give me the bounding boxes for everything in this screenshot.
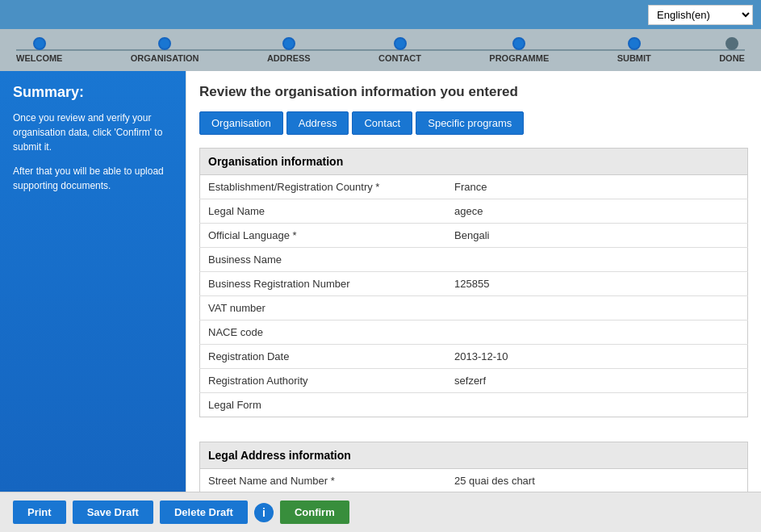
field-label: Legal Name: [200, 199, 447, 224]
table-row: Street Name and Number *25 quai des char…: [200, 469, 748, 492]
field-value: [446, 248, 747, 272]
delete-draft-button[interactable]: Delete Draft: [160, 501, 248, 524]
save-draft-button[interactable]: Save Draft: [73, 501, 153, 524]
review-panel: Review the organisation information you …: [186, 71, 761, 492]
field-label: Establishment/Registration Country *: [200, 175, 447, 199]
field-value: 25 quai des chart: [446, 469, 747, 492]
progress-steps: WELCOME ORGANISATION ADDRESS CONTACT PRO…: [16, 37, 745, 63]
step-label-welcome: WELCOME: [16, 53, 62, 63]
step-circle-programme: [512, 37, 525, 50]
step-circle-done: [725, 37, 738, 50]
org-section-header: Organisation information: [199, 148, 748, 174]
field-label: Business Name: [200, 248, 447, 272]
address-info-table: Street Name and Number *25 quai des char…: [199, 468, 748, 492]
step-circle-welcome: [33, 37, 46, 50]
step-circle-organisation: [158, 37, 171, 50]
language-dropdown[interactable]: English(en) French(fr) German(de): [648, 5, 753, 25]
tab-contact[interactable]: Contact: [352, 111, 412, 135]
step-label-submit: SUBMIT: [617, 53, 651, 63]
step-circle-contact: [394, 37, 407, 50]
field-label: NACE code: [200, 320, 447, 345]
step-label-contact: CONTACT: [378, 53, 421, 63]
field-value: France: [446, 175, 747, 199]
field-label: Official Language *: [200, 224, 447, 248]
step-circle-address: [282, 37, 295, 50]
table-row: Legal Nameagece: [200, 199, 748, 224]
main-content: Summary: Once you review and verify your…: [0, 71, 761, 492]
sidebar-para2: After that you will be able to upload su…: [13, 164, 173, 193]
step-submit: SUBMIT: [617, 37, 651, 63]
tab-specific-programs[interactable]: Specific programs: [416, 111, 524, 135]
sidebar-para1: Once you review and verify your organisa…: [13, 111, 173, 154]
top-bar: English(en) French(fr) German(de): [0, 0, 761, 29]
print-button[interactable]: Print: [13, 501, 66, 524]
confirm-button[interactable]: Confirm: [280, 501, 349, 524]
table-row: Business Name: [200, 248, 748, 272]
sidebar: Summary: Once you review and verify your…: [0, 71, 186, 492]
table-row: NACE code: [200, 320, 748, 345]
step-address: ADDRESS: [267, 37, 311, 63]
table-row: VAT number: [200, 296, 748, 320]
sidebar-title: Summary:: [13, 84, 173, 101]
field-label: Registration Authority: [200, 369, 447, 393]
field-label: Registration Date: [200, 345, 447, 369]
table-row: Establishment/Registration Country *Fran…: [200, 175, 748, 199]
review-heading: Review the organisation information you …: [199, 84, 748, 100]
field-value: agece: [446, 199, 747, 224]
step-welcome: WELCOME: [16, 37, 62, 63]
field-value: [446, 320, 747, 345]
step-programme: PROGRAMME: [489, 37, 549, 63]
table-row: Business Registration Number125855: [200, 272, 748, 296]
field-value: [446, 393, 747, 417]
field-label: Street Name and Number *: [200, 469, 447, 492]
step-contact: CONTACT: [378, 37, 421, 63]
field-value: 2013-12-10: [446, 345, 747, 369]
step-label-address: ADDRESS: [267, 53, 311, 63]
address-section-header: Legal Address information: [199, 442, 748, 468]
field-value: sefzerf: [446, 369, 747, 393]
language-selector[interactable]: English(en) French(fr) German(de): [648, 5, 753, 25]
field-label: Business Registration Number: [200, 272, 447, 296]
bottom-toolbar: Print Save Draft Delete Draft i Confirm: [0, 492, 761, 532]
info-icon[interactable]: i: [254, 503, 274, 522]
table-row: Registration Date2013-12-10: [200, 345, 748, 369]
step-organisation: ORGANISATION: [131, 37, 199, 63]
spacer: [199, 430, 748, 442]
progress-bar: WELCOME ORGANISATION ADDRESS CONTACT PRO…: [0, 29, 761, 71]
step-label-done: DONE: [719, 53, 745, 63]
step-circle-submit: [628, 37, 641, 50]
table-row: Legal Form: [200, 393, 748, 417]
field-label: VAT number: [200, 296, 447, 320]
step-done: DONE: [719, 37, 745, 63]
step-label-organisation: ORGANISATION: [131, 53, 199, 63]
table-row: Registration Authoritysefzerf: [200, 369, 748, 393]
field-label: Legal Form: [200, 393, 447, 417]
field-value: 125855: [446, 272, 747, 296]
org-info-table: Establishment/Registration Country *Fran…: [199, 174, 748, 417]
tab-address[interactable]: Address: [286, 111, 349, 135]
step-label-programme: PROGRAMME: [489, 53, 549, 63]
table-row: Official Language *Bengali: [200, 224, 748, 248]
tab-organisation[interactable]: Organisation: [199, 111, 283, 135]
tab-buttons: Organisation Address Contact Specific pr…: [199, 111, 748, 135]
field-value: [446, 296, 747, 320]
field-value: Bengali: [446, 224, 747, 248]
